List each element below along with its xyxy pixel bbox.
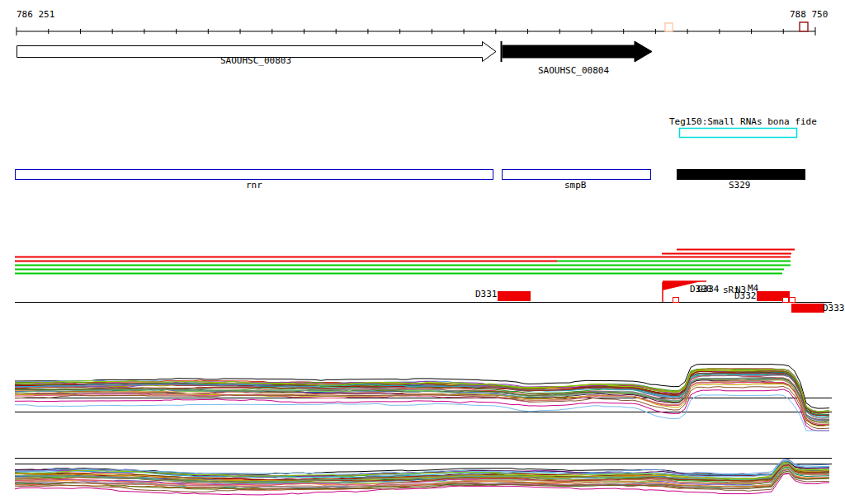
browser-canvas	[0, 0, 845, 504]
coverage-plot-lower[interactable]	[15, 459, 832, 495]
ruler-end-coordinate: 788 750	[790, 10, 828, 19]
teg150-note-label: Teg150:Small RNAs bona fide	[669, 117, 817, 126]
srna-open-box-1[interactable]	[673, 298, 679, 303]
read-alignment-lines[interactable]	[15, 250, 795, 274]
transcript-label-smpb[interactable]: smpB	[564, 181, 587, 190]
gene-label-saouhsc-00803[interactable]: SAOUHSC_00803	[220, 56, 291, 65]
teg150-annotation-box[interactable]	[680, 129, 797, 138]
gene-arrow-saouhsc-00804[interactable]	[503, 41, 652, 62]
transcript-label-s329[interactable]: S329	[729, 181, 751, 190]
srna-label-d333[interactable]: D333	[823, 304, 845, 313]
coverage-plots[interactable]	[15, 365, 832, 495]
ruler-feature-mark-2[interactable]	[800, 22, 808, 31]
transcript-box-s329[interactable]	[677, 169, 805, 180]
srna-open-box-3[interactable]	[790, 298, 795, 303]
srna-box-d331[interactable]	[498, 291, 531, 301]
srna-label-d331[interactable]: D331	[475, 290, 498, 299]
transcript-label-rnr[interactable]: rnr	[246, 181, 262, 190]
srna-overlap-label[interactable]: M4	[748, 284, 758, 293]
srna-box-d333[interactable]	[791, 304, 824, 313]
coverage-series	[15, 395, 829, 431]
srna-open-box-2[interactable]	[783, 298, 789, 303]
ruler-start-coordinate: 786 251	[17, 10, 54, 19]
srna-overlap-label[interactable]: G334	[697, 285, 720, 294]
genome-browser-window: 786 251 788 750 SAOUHSC_00803 SAOUHSC_00…	[0, 0, 845, 504]
gene-label-saouhsc-00804[interactable]: SAOUHSC_00804	[538, 66, 609, 75]
ruler-feature-mark-1[interactable]	[665, 23, 673, 31]
transcript-box-rnr[interactable]	[16, 170, 493, 180]
transcript-box-smpb[interactable]	[503, 170, 651, 180]
ruler[interactable]	[17, 22, 815, 35]
srna-overlap-label[interactable]: N3	[735, 285, 746, 294]
coverage-plot-upper[interactable]	[15, 365, 832, 431]
